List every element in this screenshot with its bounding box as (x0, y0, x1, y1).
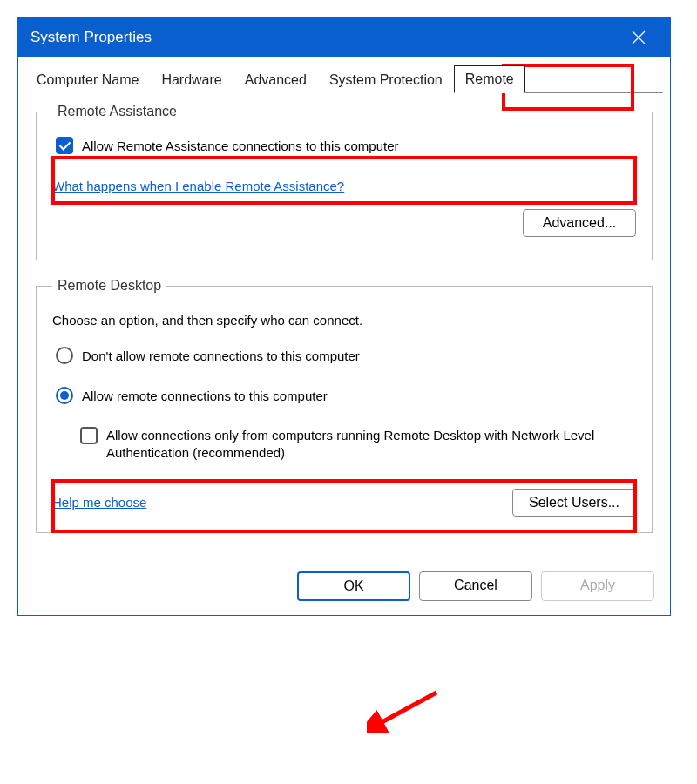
cancel-button[interactable]: Cancel (419, 571, 532, 601)
remote-assistance-legend: Remote Assistance (52, 104, 182, 119)
ok-button[interactable]: OK (297, 571, 410, 601)
allow-remote-label: Allow remote connections to this compute… (82, 389, 328, 403)
select-users-button[interactable]: Select Users... (512, 489, 636, 517)
tab-strip: Computer Name Hardware Advanced System P… (18, 57, 670, 93)
titlebar: System Properties (18, 18, 670, 57)
apply-button: Apply (541, 571, 654, 601)
remote-assistance-advanced-button[interactable]: Advanced... (523, 209, 636, 237)
remote-desktop-legend: Remote Desktop (52, 278, 166, 294)
tab-hardware[interactable]: Hardware (150, 66, 233, 93)
tab-content: Remote Assistance Allow Remote Assistanc… (18, 93, 670, 563)
nla-checkbox-row[interactable]: Allow connections only from computers ru… (77, 422, 636, 468)
remote-desktop-group: Remote Desktop Choose an option, and the… (36, 278, 653, 533)
nla-checkbox[interactable] (80, 427, 98, 444)
dialog-footer: OK Cancel Apply (18, 563, 670, 615)
allow-remote-row[interactable]: Allow remote connections to this compute… (52, 382, 636, 409)
nla-checkbox-label: Allow connections only from computers ru… (106, 427, 633, 463)
allow-remote-assistance-row[interactable]: Allow Remote Assistance connections to t… (52, 132, 636, 159)
dont-allow-remote-radio[interactable] (56, 347, 73, 364)
svg-line-2 (376, 693, 436, 726)
allow-remote-assistance-label: Allow Remote Assistance connections to t… (82, 139, 399, 153)
remote-assistance-help-link[interactable]: What happens when I enable Remote Assist… (52, 179, 344, 193)
system-properties-dialog: System Properties Computer Name Hardware… (17, 17, 671, 616)
tab-advanced[interactable]: Advanced (233, 66, 318, 93)
allow-remote-radio[interactable] (56, 387, 73, 404)
help-me-choose-link[interactable]: Help me choose (52, 495, 146, 510)
arrow-annotation-icon (367, 689, 445, 733)
close-icon[interactable] (619, 18, 658, 57)
remote-desktop-instruction: Choose an option, and then specify who c… (52, 313, 636, 328)
tab-computer-name[interactable]: Computer Name (25, 66, 150, 93)
remote-assistance-group: Remote Assistance Allow Remote Assistanc… (36, 104, 653, 260)
tab-remote[interactable]: Remote (454, 65, 525, 93)
allow-remote-assistance-checkbox[interactable] (56, 137, 73, 154)
window-title: System Properties (30, 29, 619, 46)
dont-allow-remote-row[interactable]: Don't allow remote connections to this c… (52, 341, 636, 369)
dont-allow-remote-label: Don't allow remote connections to this c… (82, 348, 360, 363)
tab-system-protection[interactable]: System Protection (318, 66, 454, 93)
